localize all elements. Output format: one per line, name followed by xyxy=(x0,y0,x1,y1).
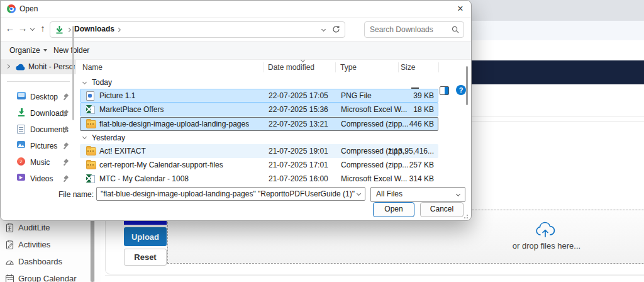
filename-input[interactable] xyxy=(96,187,365,201)
file-date: 22-07-2025 13:21 xyxy=(269,120,335,128)
dialog-toolbar: Organize New folder ? xyxy=(1,41,471,60)
sidebar-item-group-calendar[interactable]: Group Calendar xyxy=(0,273,101,282)
auditlite-icon xyxy=(5,223,14,233)
file-size: 18 KB xyxy=(413,105,434,114)
sidebar-item-desktop[interactable]: Desktop xyxy=(1,91,75,103)
search-icon[interactable] xyxy=(452,26,459,35)
filetype-select[interactable]: All Files xyxy=(370,187,465,202)
screen: { "icons": {"back":"←","forward":"→","up… xyxy=(0,0,644,282)
sidebar-item-dashboards[interactable]: Dashboards xyxy=(0,256,101,268)
pin-icon[interactable] xyxy=(63,176,69,182)
onedrive-label: Mohit - Persona xyxy=(28,62,75,71)
file-type: Microsoft Excel W... xyxy=(341,174,415,183)
filetype-chevron-icon xyxy=(456,192,460,196)
column-header-size[interactable]: Size xyxy=(401,62,415,73)
filename-label: File name: xyxy=(38,188,94,201)
sidebar-item-label: AuditLite xyxy=(18,223,50,232)
resize-grip[interactable] xyxy=(463,213,468,218)
file-name: MTC - My Calendar - 1008 xyxy=(99,174,189,183)
file-size: 446 KB xyxy=(409,120,434,128)
sidebar-item-label: Music xyxy=(30,158,50,167)
preview-pane-icon[interactable] xyxy=(440,86,449,95)
sidebar-item-auditlite[interactable]: AuditLite xyxy=(0,222,101,234)
file-name: MarketPlace Offers xyxy=(99,105,164,114)
sidebar-item-label: Desktop xyxy=(30,93,58,101)
help-icon[interactable]: ? xyxy=(456,85,466,95)
downloads-folder-icon xyxy=(55,25,64,36)
sidebar-item-activities[interactable]: Activities xyxy=(0,239,101,251)
expand-chevron-icon[interactable] xyxy=(6,64,10,69)
back-icon[interactable]: ← xyxy=(4,18,16,39)
column-divider[interactable] xyxy=(335,62,336,72)
zip-file-icon xyxy=(86,161,96,169)
file-date: 22-07-2025 15:36 xyxy=(269,105,335,114)
app-sidebar-scroll-thumb[interactable] xyxy=(91,211,94,282)
close-icon[interactable]: × xyxy=(450,1,471,17)
file-size: 1,13,95,416... xyxy=(388,147,434,155)
sidebar-item-label: Activities xyxy=(18,240,50,249)
address-dropdown-chevron-icon[interactable] xyxy=(321,27,326,31)
breadcrumb-downloads[interactable]: Downloads xyxy=(74,25,114,33)
pin-icon[interactable] xyxy=(63,127,69,133)
group-collapse-icon[interactable] xyxy=(82,80,87,84)
search-box xyxy=(364,21,464,38)
music-icon: ♪ xyxy=(17,157,25,166)
column-divider[interactable] xyxy=(438,62,439,72)
open-button[interactable]: Open xyxy=(373,202,414,217)
reset-button[interactable]: Reset xyxy=(124,249,167,266)
column-header-type[interactable]: Type xyxy=(340,62,357,73)
breadcrumb-chevron-icon[interactable] xyxy=(116,28,121,32)
pin-icon[interactable] xyxy=(63,110,69,116)
group-header-today[interactable]: Today xyxy=(92,77,112,88)
sidebar-item-videos[interactable]: ▶ Videos xyxy=(1,172,75,184)
forward-icon[interactable]: → xyxy=(17,18,28,39)
sidebar-item-music[interactable]: ♪ Music xyxy=(1,156,75,169)
column-divider[interactable] xyxy=(398,62,399,72)
file-row-cert-report[interactable]: cert-report-My Calendar-support-files 21… xyxy=(80,158,438,172)
search-input[interactable] xyxy=(369,23,450,37)
dropzone-hint: or drop files here... xyxy=(496,241,597,251)
cancel-button[interactable]: Cancel xyxy=(420,202,464,217)
file-row-flat-blue-zip[interactable]: flat-blue-design-image-upload-landing-pa… xyxy=(80,117,438,131)
pin-icon[interactable] xyxy=(63,143,69,149)
breadcrumb-bar[interactable]: Downloads xyxy=(50,21,345,38)
dialog-title-bar[interactable]: Open × xyxy=(1,1,471,18)
excel-file-icon xyxy=(86,174,95,183)
file-row-picture[interactable]: Picture 1.1 22-07-2025 17:05 PNG File 39… xyxy=(80,89,438,103)
organize-button[interactable]: Organize xyxy=(9,45,40,55)
file-type: Compressed (zipp... xyxy=(341,120,415,128)
sidebar-item-onedrive[interactable]: Mohit - Persona xyxy=(1,60,76,74)
upload-button[interactable]: Upload xyxy=(124,227,167,246)
recent-locations-chevron-icon[interactable] xyxy=(30,26,35,31)
file-row-mtc-calendar[interactable]: MTC - My Calendar - 1008 21-07-2025 16:0… xyxy=(80,172,438,186)
file-row-act-exitact[interactable]: Act! EXITACT 21-07-2025 19:01 Compressed… xyxy=(80,144,438,158)
refresh-icon[interactable] xyxy=(332,25,340,35)
column-header-name[interactable]: Name xyxy=(82,62,103,73)
dialog-title: Open xyxy=(19,1,38,17)
pin-icon[interactable] xyxy=(63,159,69,166)
sidebar-item-pictures[interactable]: Pictures xyxy=(1,140,75,152)
file-date: 21-07-2025 16:00 xyxy=(269,174,335,183)
pin-icon[interactable] xyxy=(63,94,69,100)
group-header-yesterday[interactable]: Yesterday xyxy=(92,132,125,144)
activities-icon xyxy=(5,240,14,250)
file-date: 21-07-2025 19:01 xyxy=(269,147,335,155)
sidebar-item-label: Pictures xyxy=(30,142,57,150)
sidebar-item-label: Dashboards xyxy=(18,257,62,266)
up-icon[interactable]: ↑ xyxy=(37,18,48,39)
column-divider[interactable] xyxy=(264,62,264,72)
sidebar-item-documents[interactable]: Documents xyxy=(1,123,75,136)
file-list-scrollbar[interactable] xyxy=(466,66,468,105)
organize-dropdown-icon[interactable] xyxy=(43,49,47,52)
sidebar-item-downloads[interactable]: Downloads xyxy=(1,107,75,120)
file-type: PNG File xyxy=(341,91,415,100)
file-name: flat-blue-design-image-upload-landing-pa… xyxy=(99,120,249,128)
sidebar-scrollbar[interactable] xyxy=(72,26,74,120)
column-header-date[interactable]: Date modified xyxy=(268,62,314,73)
group-collapse-icon[interactable] xyxy=(82,135,87,139)
sidebar-item-label: Group Calendar xyxy=(18,274,77,282)
file-date: 21-07-2025 17:01 xyxy=(269,161,335,169)
file-row-marketplace[interactable]: MarketPlace Offers 22-07-2025 15:36 Micr… xyxy=(80,103,438,116)
card-bottom-divider xyxy=(105,275,644,276)
new-folder-button[interactable]: New folder xyxy=(53,45,89,55)
